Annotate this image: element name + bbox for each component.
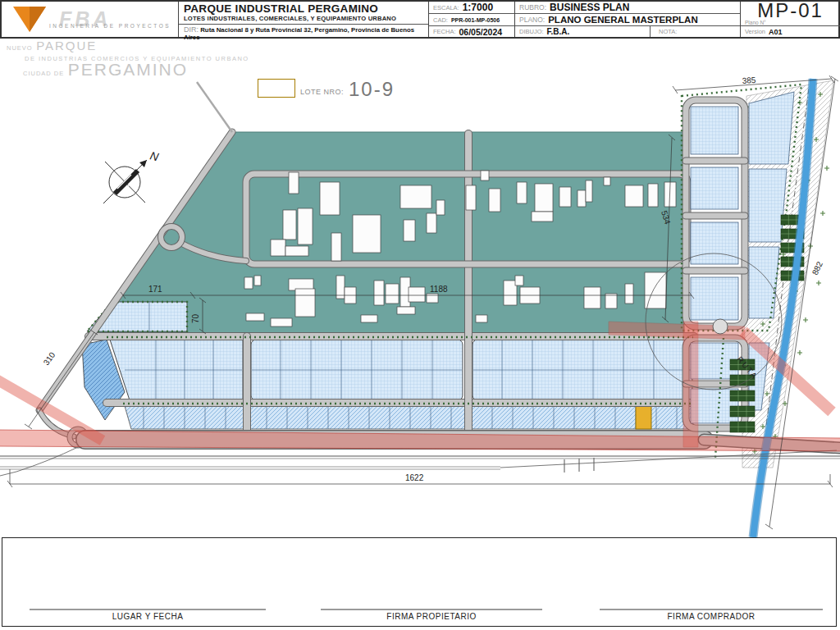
fba-logo-icon xyxy=(11,5,48,34)
signature-line-propietario[interactable] xyxy=(321,609,542,610)
rubro-cell: RUBRO: BUSINESS PLAN PLANO: PLANO GENERA… xyxy=(514,2,740,37)
north-arrow-icon: N xyxy=(103,148,161,203)
escala-value: 1:7000 xyxy=(463,2,493,13)
cad-value: PPR-001-MP-0506 xyxy=(451,17,500,23)
project-title-cell: PARQUE INDUSTRIAL PERGAMINO LOTES INDUST… xyxy=(178,2,428,37)
svg-text:310: 310 xyxy=(42,350,57,367)
masterplan-sheet: 385 534 882 310 171 1188 70 1622 RUTA xyxy=(0,0,840,630)
signature-label-lugar: LUGAR Y FECHA xyxy=(30,612,266,621)
sheet-number: MP-01 xyxy=(741,2,840,20)
masterplan-drawing: 385 534 882 310 171 1188 70 1622 RUTA xyxy=(0,0,840,630)
cad-label: CAD: xyxy=(433,16,448,24)
svg-text:882: 882 xyxy=(810,260,824,276)
svg-text:385: 385 xyxy=(742,75,756,85)
project-subtitle: LOTES INDUSTRIALES, COMERCIALES, Y EQUIP… xyxy=(184,15,423,22)
dir-label: DIR: xyxy=(184,25,199,34)
watermark-title: NUEVO PARQUE DE INDUSTRIAS COMERCIOS Y E… xyxy=(7,40,249,79)
svg-text:1188: 1188 xyxy=(430,285,448,294)
plano-label: PLANO: xyxy=(519,16,545,24)
watermark-pergamino: PERGAMINO xyxy=(68,60,188,79)
brand-tagline: INGENIERIA DE PROYECTOS xyxy=(49,23,171,29)
fecha-label: FECHA: xyxy=(433,28,456,35)
title-block: FBA INGENIERIA DE PROYECTOS PARQUE INDUS… xyxy=(0,0,840,39)
svg-text:171: 171 xyxy=(148,285,162,294)
version-label: Version xyxy=(745,28,765,35)
lot-band-small xyxy=(125,406,693,429)
svg-text:70: 70 xyxy=(191,313,200,323)
rubro-label: RUBRO: xyxy=(519,3,546,11)
legend-lot-value: 10-9 xyxy=(349,81,395,98)
svg-text:1622: 1622 xyxy=(405,473,424,482)
signature-line-comprador[interactable] xyxy=(600,609,823,610)
svg-text:N: N xyxy=(148,148,161,163)
railway-lines xyxy=(0,450,840,472)
watermark-nuevo: NUEVO xyxy=(7,44,33,52)
signature-label-comprador: FIRMA COMPRADOR xyxy=(600,612,823,621)
version-value: A01 xyxy=(769,28,783,36)
fecha-value: 06/05/2024 xyxy=(459,27,503,37)
dibujo-label: DIBUJO: xyxy=(519,28,544,35)
dibujo-value: F.B.A. xyxy=(547,27,570,36)
nota-label: NOTA: xyxy=(659,28,677,35)
sheet-number-cell: MP-01 Plano N° Version A01 xyxy=(740,2,840,37)
watermark-ciudad: CIUDAD DE xyxy=(23,70,64,77)
legend-lot-label: LOTE NRO: xyxy=(300,88,344,96)
lot-band-large xyxy=(110,340,692,400)
signature-line-lugar[interactable] xyxy=(30,609,266,610)
rubro-value: BUSINESS PLAN xyxy=(550,2,629,13)
lot-legend: LOTE NRO: 10-9 xyxy=(258,79,395,98)
scale-cell: ESCALA: 1:7000 CAD: PPR-001-MP-0506 FECH… xyxy=(428,2,514,37)
highlighted-lot-10-9[interactable] xyxy=(636,406,651,429)
watermark-parque: PARQUE xyxy=(36,39,97,52)
plano-value: PLANO GENERAL MASTERPLAN xyxy=(548,15,698,25)
project-title: PARQUE INDUSTRIAL PERGAMINO xyxy=(184,2,423,15)
signature-block: LUGAR Y FECHA FIRMA PROPIETARIO FIRMA CO… xyxy=(2,537,837,627)
signature-label-propietario: FIRMA PROPIETARIO xyxy=(321,612,542,621)
logo-cell: FBA INGENIERIA DE PROYECTOS xyxy=(2,2,178,37)
escala-label: ESCALA: xyxy=(433,4,459,11)
legend-swatch xyxy=(258,79,295,98)
